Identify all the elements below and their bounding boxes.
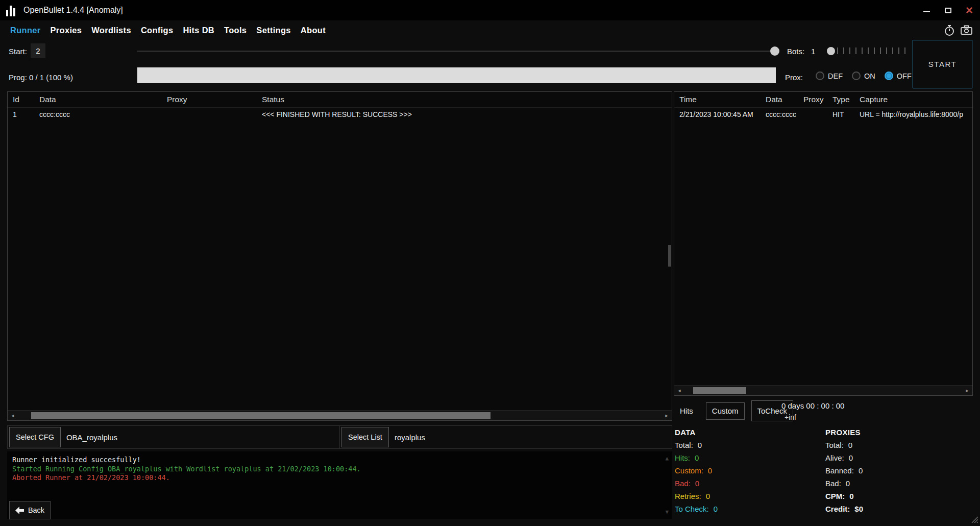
- hits-panel: Time Data Proxy Type Capture 2/21/2023 1…: [674, 91, 973, 396]
- stat-value: 0: [849, 453, 853, 462]
- stat-value: 0: [708, 466, 712, 475]
- prox-on-label: ON: [864, 72, 875, 80]
- stat-value: $0: [854, 505, 863, 513]
- scrollbar-thumb[interactable]: [31, 412, 491, 419]
- back-label: Back: [28, 506, 44, 514]
- minimize-icon: [923, 11, 930, 12]
- scrollbar-track[interactable]: [18, 411, 662, 420]
- openbullet-window: OpenBullet 1.4.4 [Anomaly] ✕ Runner Prox…: [0, 0, 980, 526]
- prox-off-radio[interactable]: OFF: [885, 71, 912, 80]
- start-value-input[interactable]: 2: [31, 43, 45, 58]
- window-title: OpenBullet 1.4.4 [Anomaly]: [23, 6, 123, 15]
- stat-bad: Bad:0: [675, 479, 718, 492]
- vertical-scrollbar-thumb[interactable]: [668, 245, 671, 267]
- column-proxy[interactable]: Proxy: [803, 95, 832, 104]
- close-button[interactable]: ✕: [959, 0, 980, 20]
- bots-slider[interactable]: [827, 46, 906, 56]
- bots-value: 1: [811, 47, 815, 56]
- resize-grip[interactable]: [970, 515, 978, 525]
- stopwatch-icon[interactable]: [942, 23, 956, 37]
- column-proxy[interactable]: Proxy: [167, 95, 262, 104]
- stat-label: CPM:: [825, 492, 845, 500]
- radio-circle-icon: [885, 71, 893, 80]
- select-list-button[interactable]: Select List: [341, 427, 389, 447]
- hits-table-header: Time Data Proxy Type Capture: [674, 92, 972, 108]
- progress-fill: [137, 67, 776, 83]
- wordlist-name: royalplus: [395, 433, 425, 442]
- slider-handle[interactable]: [827, 47, 835, 55]
- scrollbar-track[interactable]: [684, 386, 962, 395]
- menu-tools[interactable]: Tools: [224, 26, 247, 35]
- menu-wordlists[interactable]: Wordlists: [91, 26, 131, 35]
- bots-label: Bots:: [787, 47, 804, 56]
- stat-value: 0: [859, 466, 863, 475]
- column-data[interactable]: Data: [766, 95, 803, 104]
- tab-hits[interactable]: Hits: [674, 401, 699, 421]
- window-controls: ✕: [916, 0, 980, 20]
- hits-table-row[interactable]: 2/21/2023 10:00:45 AM cccc:cccc HIT URL …: [674, 108, 972, 121]
- column-type[interactable]: Type: [832, 95, 860, 104]
- stat-total: Total:0: [675, 441, 718, 453]
- scroll-right-icon[interactable]: ►: [662, 411, 672, 421]
- minimize-button[interactable]: [916, 0, 937, 20]
- menu-configs[interactable]: Configs: [141, 26, 174, 35]
- prox-def-radio[interactable]: DEF: [816, 71, 843, 80]
- column-data[interactable]: Data: [39, 95, 167, 104]
- stat-credit: Credit:$0: [825, 505, 863, 517]
- row-type: HIT: [832, 110, 860, 118]
- proxies-stats-title: PROXIES: [825, 428, 863, 437]
- stat-value: 0: [849, 492, 853, 500]
- column-time[interactable]: Time: [679, 95, 766, 104]
- titlebar: OpenBullet 1.4.4 [Anomaly] ✕: [0, 0, 980, 20]
- camera-icon[interactable]: [960, 23, 973, 37]
- progress-bar: [137, 67, 776, 83]
- results-horizontal-scrollbar[interactable]: ◄ ►: [8, 410, 672, 420]
- log-panel: Runner initialized succesfully! Started …: [7, 451, 672, 519]
- slider-handle[interactable]: [770, 46, 779, 56]
- list-section: Select List royalplus: [340, 426, 672, 448]
- stat-value: 0: [698, 441, 702, 449]
- stat-label: Bad:: [675, 479, 691, 488]
- results-table-row[interactable]: 1 cccc:cccc <<< FINISHED WITH RESULT: SU…: [8, 108, 672, 121]
- menu-settings[interactable]: Settings: [256, 26, 291, 35]
- stat-label: Banned:: [825, 466, 854, 475]
- proxy-mode-radio-group: DEF ON OFF: [816, 71, 912, 80]
- stat-tocheck: To Check:0: [675, 505, 718, 517]
- menubar: Runner Proxies Wordlists Configs Hits DB…: [0, 20, 980, 40]
- log-scroll-down-icon[interactable]: ▼: [665, 508, 669, 517]
- logo-bar: [13, 8, 15, 16]
- tab-custom[interactable]: Custom: [706, 402, 745, 420]
- select-list-label: Select List: [348, 433, 382, 441]
- menu-about[interactable]: About: [301, 26, 326, 35]
- scroll-left-icon[interactable]: ◄: [8, 411, 18, 421]
- progress-label: Prog: 0 / 1 (100 %): [9, 73, 73, 82]
- data-stats: DATA Total:0 Hits:0 Custom:0 Bad:0 Retri…: [675, 428, 718, 517]
- elapsed-timer: 0 days 00 : 00 : 00: [781, 401, 844, 410]
- row-data: cccc:cccc: [766, 110, 803, 118]
- results-table-header: Id Data Proxy Status: [8, 92, 672, 108]
- menu-runner[interactable]: Runner: [10, 26, 41, 35]
- log-scroll-up-icon[interactable]: ▲: [665, 454, 669, 463]
- stat-label: To Check:: [675, 505, 709, 513]
- prox-on-radio[interactable]: ON: [852, 71, 875, 80]
- maximize-button[interactable]: [937, 0, 959, 20]
- start-position-slider[interactable]: [137, 46, 779, 56]
- menu-proxies[interactable]: Proxies: [51, 26, 82, 35]
- menu-hitsdb[interactable]: Hits DB: [183, 26, 214, 35]
- column-status[interactable]: Status: [262, 95, 672, 104]
- stat-label: Total:: [825, 441, 844, 449]
- back-button[interactable]: Back: [9, 501, 51, 519]
- stat-value: 0: [695, 453, 699, 462]
- select-cfg-button[interactable]: Select CFG: [9, 427, 61, 447]
- scroll-left-icon[interactable]: ◄: [674, 386, 684, 396]
- maximize-icon: [945, 8, 951, 13]
- start-value: 2: [36, 46, 40, 55]
- stat-label: Bad:: [825, 479, 841, 488]
- start-button[interactable]: START: [913, 40, 972, 88]
- scrollbar-thumb[interactable]: [693, 387, 746, 394]
- column-capture[interactable]: Capture: [860, 95, 972, 104]
- column-id[interactable]: Id: [13, 95, 39, 104]
- hits-horizontal-scrollbar[interactable]: ◄ ►: [674, 385, 972, 395]
- row-time: 2/21/2023 10:00:45 AM: [679, 110, 766, 118]
- scroll-right-icon[interactable]: ►: [962, 386, 972, 396]
